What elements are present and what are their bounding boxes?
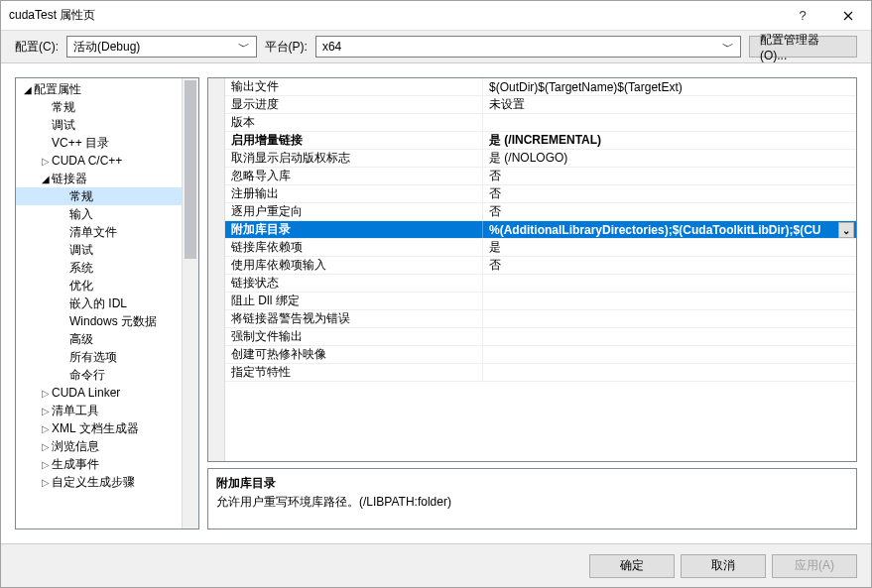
tree-item[interactable]: 命令行 (16, 366, 182, 384)
tree-item[interactable]: 清单文件 (16, 223, 182, 241)
platform-combo[interactable]: x64 ﹀ (315, 36, 741, 58)
description-text: 允许用户重写环境库路径。(/LIBPATH:folder) (216, 494, 848, 511)
tree-item[interactable]: Windows 元数据 (16, 312, 182, 330)
tree-item[interactable]: 优化 (16, 277, 182, 294)
property-row[interactable]: 忽略导入库否 (225, 168, 856, 185)
tree-item[interactable]: 高级 (16, 330, 182, 348)
property-value[interactable]: 否 (483, 203, 856, 220)
tree-item[interactable]: ▷清单工具 (16, 402, 182, 419)
property-row[interactable]: 版本 (225, 114, 856, 132)
property-name: 逐用户重定向 (225, 203, 483, 220)
property-row[interactable]: 附加库目录%(AdditionalLibraryDirectories);$(C… (225, 221, 856, 239)
tree-item[interactable]: ▷XML 文档生成器 (16, 419, 182, 437)
tree-item[interactable]: VC++ 目录 (16, 134, 182, 152)
property-name: 输出文件 (225, 78, 483, 95)
property-value[interactable]: 未设置 (483, 96, 856, 113)
ok-button[interactable]: 确定 (589, 554, 675, 578)
property-value[interactable] (483, 328, 856, 345)
property-row[interactable]: 输出文件$(OutDir)$(TargetName)$(TargetExt) (225, 78, 856, 96)
tree-item[interactable]: ▷生成事件 (16, 455, 182, 473)
property-value[interactable] (483, 275, 856, 292)
property-row[interactable]: 逐用户重定向否 (225, 203, 856, 221)
tree-arrow-icon[interactable]: ▷ (40, 156, 52, 167)
tree-item[interactable]: ▷浏览信息 (16, 437, 182, 455)
cancel-button[interactable]: 取消 (681, 554, 766, 578)
tree-arrow-icon[interactable]: ▷ (40, 459, 52, 470)
tree-item[interactable]: ▷自定义生成步骤 (16, 473, 182, 491)
tree-item[interactable]: 所有选项 (16, 348, 182, 366)
property-row[interactable]: 指定节特性 (225, 364, 856, 382)
property-grid[interactable]: 输出文件$(OutDir)$(TargetName)$(TargetExt)显示… (225, 78, 856, 461)
tree-scrollbar[interactable] (182, 78, 198, 529)
tree-item-label: 系统 (69, 260, 93, 277)
tree-item-label: 清单工具 (52, 403, 99, 419)
property-row[interactable]: 阻止 Dll 绑定 (225, 293, 856, 310)
close-button[interactable] (825, 1, 871, 31)
property-row[interactable]: 取消显示启动版权标志是 (/NOLOGO) (225, 150, 856, 168)
tree-item-label: 配置属性 (34, 81, 81, 98)
property-value[interactable]: 否 (483, 257, 856, 274)
config-manager-button[interactable]: 配置管理器(O)... (749, 36, 857, 58)
tree-item[interactable]: 嵌入的 IDL (16, 294, 182, 312)
property-row[interactable]: 启用增量链接是 (/INCREMENTAL) (225, 132, 856, 150)
tree-item[interactable]: 常规 (16, 98, 182, 116)
tree-arrow-icon[interactable]: ◢ (40, 174, 52, 184)
property-row[interactable]: 使用库依赖项输入否 (225, 257, 856, 275)
property-value[interactable] (483, 364, 856, 381)
property-row[interactable]: 链接状态 (225, 275, 856, 293)
tree-item[interactable]: 调试 (16, 241, 182, 259)
property-value[interactable]: 否 (483, 168, 856, 184)
tree-item[interactable]: 常规 (16, 187, 182, 205)
tree-arrow-icon[interactable]: ▷ (40, 406, 52, 416)
config-combo[interactable]: 活动(Debug) ﹀ (66, 36, 257, 58)
property-value[interactable]: %(AdditionalLibraryDirectories);$(CudaTo… (483, 221, 856, 238)
titlebar: cudaTest 属性页 ? (1, 1, 871, 31)
help-button[interactable]: ? (780, 1, 825, 31)
tree-item-label: 高级 (69, 331, 93, 348)
property-name: 取消显示启动版权标志 (225, 150, 483, 167)
config-combo-value: 活动(Debug) (73, 39, 140, 56)
property-value[interactable]: 否 (483, 185, 856, 202)
property-row[interactable]: 链接库依赖项是 (225, 239, 856, 257)
property-page-window: cudaTest 属性页 ? 配置(C): 活动(Debug) ﹀ 平台(P):… (0, 0, 872, 588)
tree-arrow-icon[interactable]: ▷ (40, 477, 52, 488)
property-row[interactable]: 将链接器警告视为错误 (225, 310, 856, 328)
property-row[interactable]: 显示进度未设置 (225, 96, 856, 114)
property-name: 启用增量链接 (225, 132, 483, 149)
toolbar: 配置(C): 活动(Debug) ﹀ 平台(P): x64 ﹀ 配置管理器(O)… (1, 31, 871, 63)
tree-item[interactable]: ◢配置属性 (16, 80, 182, 98)
property-row[interactable]: 创建可热修补映像 (225, 346, 856, 364)
property-name: 注册输出 (225, 185, 483, 202)
tree-item[interactable]: 输入 (16, 205, 182, 223)
tree-item-label: 生成事件 (52, 456, 99, 473)
property-row[interactable]: 强制文件输出 (225, 328, 856, 346)
property-name: 链接库依赖项 (225, 239, 483, 256)
property-value[interactable] (483, 346, 856, 363)
property-value[interactable] (483, 114, 856, 131)
tree-arrow-icon[interactable]: ◢ (22, 84, 34, 95)
tree[interactable]: ◢配置属性常规调试VC++ 目录▷CUDA C/C++◢链接器常规输入清单文件调… (16, 78, 182, 529)
tree-item[interactable]: 调试 (16, 116, 182, 134)
grid-leftscroll[interactable] (208, 78, 225, 461)
property-value[interactable]: 是 (/NOLOGO) (483, 150, 856, 167)
tree-item[interactable]: ▷CUDA C/C++ (16, 152, 182, 170)
property-name: 链接状态 (225, 275, 483, 292)
description-panel: 附加库目录 允许用户重写环境库路径。(/LIBPATH:folder) (207, 468, 857, 529)
right-panel: 输出文件$(OutDir)$(TargetName)$(TargetExt)显示… (207, 77, 857, 529)
tree-arrow-icon[interactable]: ▷ (40, 441, 52, 452)
tree-arrow-icon[interactable]: ▷ (40, 423, 52, 434)
property-value[interactable]: $(OutDir)$(TargetName)$(TargetExt) (483, 78, 856, 95)
tree-arrow-icon[interactable]: ▷ (40, 388, 52, 399)
tree-item[interactable]: ◢链接器 (16, 170, 182, 187)
property-value[interactable] (483, 293, 856, 309)
tree-item-label: 所有选项 (69, 349, 117, 366)
property-value[interactable]: 是 (483, 239, 856, 256)
dropdown-button[interactable]: ⌄ (838, 222, 854, 238)
tree-scrollbar-thumb[interactable] (185, 80, 196, 259)
apply-button[interactable]: 应用(A) (772, 554, 857, 578)
tree-item[interactable]: ▷CUDA Linker (16, 384, 182, 402)
tree-item[interactable]: 系统 (16, 259, 182, 277)
property-value[interactable] (483, 310, 856, 327)
property-value[interactable]: 是 (/INCREMENTAL) (483, 132, 856, 149)
property-row[interactable]: 注册输出否 (225, 185, 856, 203)
